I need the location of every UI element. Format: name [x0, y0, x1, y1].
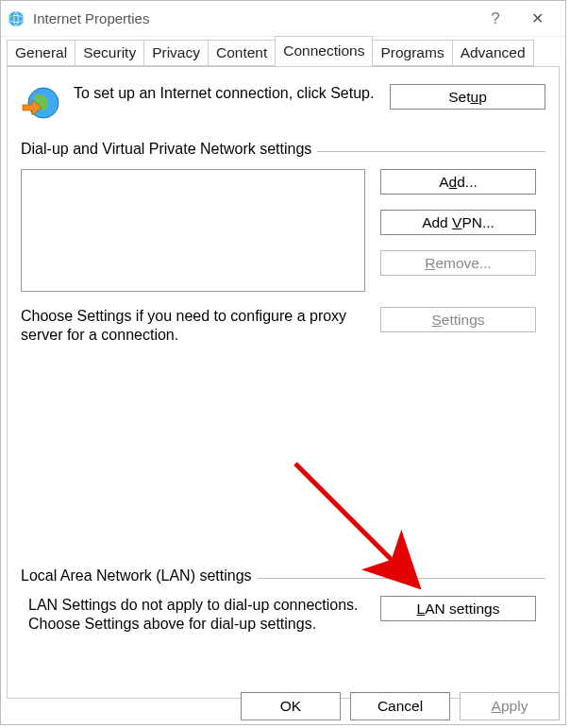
ok-button[interactable]: OK: [241, 692, 341, 720]
window-title: Internet Properties: [33, 10, 477, 26]
tab-privacy[interactable]: Privacy: [143, 40, 209, 66]
tab-advanced[interactable]: Advanced: [452, 40, 534, 66]
setup-row: To set up an Internet connection, click …: [21, 84, 545, 124]
lan-header-label: Local Area Network (LAN) settings: [21, 567, 252, 584]
titlebar: Internet Properties ? ✕: [1, 1, 565, 37]
lan-settings-button[interactable]: LAN settings: [380, 596, 536, 621]
choose-row: Choose Settings if you need to configure…: [21, 307, 545, 345]
apply-button: Apply: [460, 692, 560, 720]
add-button[interactable]: Add...: [380, 169, 536, 195]
setup-text: To set up an Internet connection, click …: [74, 84, 377, 103]
globe-setup-icon: [21, 84, 60, 124]
connections-panel: To set up an Internet connection, click …: [7, 66, 560, 699]
tab-security[interactable]: Security: [75, 40, 144, 66]
dialup-buttons-column: Add... Add VPN... Remove...: [380, 169, 536, 276]
tab-programs[interactable]: Programs: [372, 40, 452, 66]
help-button[interactable]: ?: [477, 9, 514, 28]
dialup-grid: Add... Add VPN... Remove...: [21, 169, 545, 292]
remove-button: Remove...: [380, 250, 536, 276]
dialup-header: Dial-up and Virtual Private Network sett…: [21, 141, 545, 158]
setup-button[interactable]: Setup: [390, 84, 545, 110]
svg-point-0: [8, 11, 24, 26]
dialog-buttons: OK Cancel Apply: [241, 692, 560, 720]
lan-section: Local Area Network (LAN) settings LAN Se…: [21, 567, 545, 634]
divider-line: [317, 151, 545, 152]
tab-content[interactable]: Content: [208, 40, 276, 66]
connections-listbox[interactable]: [21, 169, 365, 292]
cancel-button[interactable]: Cancel: [350, 692, 450, 720]
tab-general[interactable]: General: [7, 40, 75, 66]
lan-header: Local Area Network (LAN) settings: [21, 567, 545, 584]
tab-connections[interactable]: Connections: [275, 36, 373, 66]
lan-body: LAN Settings do not apply to dial-up con…: [21, 596, 545, 634]
tab-strip: General Security Privacy Content Connect…: [1, 37, 565, 67]
globe-app-icon: [7, 9, 25, 28]
add-vpn-button[interactable]: Add VPN...: [380, 210, 536, 235]
dialup-header-label: Dial-up and Virtual Private Network sett…: [21, 141, 311, 158]
close-button[interactable]: ✕: [514, 9, 560, 27]
divider-line: [258, 578, 545, 579]
internet-properties-window: Internet Properties ? ✕ General Security…: [0, 0, 566, 725]
choose-settings-text: Choose Settings if you need to configure…: [21, 307, 365, 345]
lan-text: LAN Settings do not apply to dial-up con…: [21, 596, 365, 634]
settings-button: Settings: [380, 307, 536, 332]
